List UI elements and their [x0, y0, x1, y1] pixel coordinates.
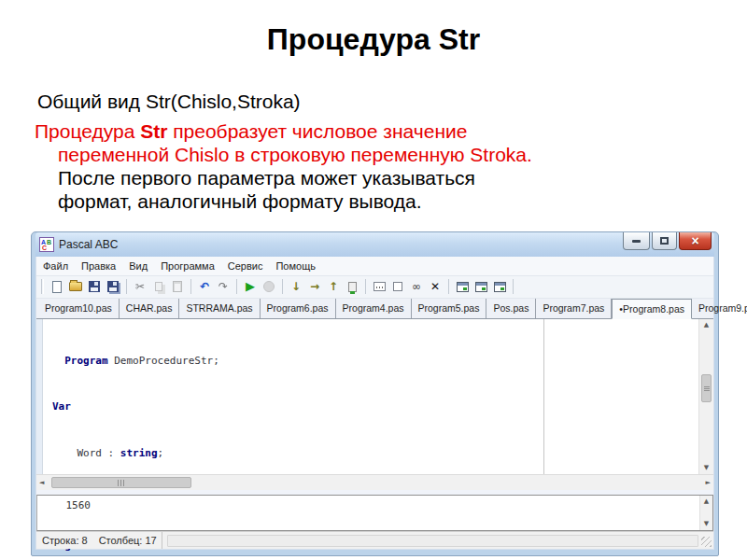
open-folder-icon — [69, 282, 82, 291]
scroll-down-icon[interactable]: ▼ — [704, 464, 709, 472]
status-bar: Строка: 8 Столбец: 17 — [36, 531, 713, 549]
maximize-icon — [660, 237, 669, 245]
str-keyword: Str — [140, 120, 167, 142]
step-out-button[interactable]: ↑ — [324, 278, 343, 295]
code-editor[interactable]: Program DemoProcedureStr; Var Word : str… — [43, 319, 543, 474]
editor-gutter — [36, 319, 43, 474]
run-icon: ▶ — [246, 281, 255, 292]
run-to-cursor-icon — [348, 282, 357, 292]
output-scrollbar[interactable]: ▲ ▼ — [699, 496, 712, 530]
new-file-icon — [52, 281, 62, 293]
save-all-button[interactable] — [104, 278, 122, 295]
step-out-icon: ↑ — [329, 281, 338, 292]
cut-button[interactable]: ✂ — [131, 278, 149, 295]
general-form-line: Общий вид Str(Chislo,Stroka) — [35, 90, 651, 113]
code-line: Var — [52, 399, 543, 415]
menu-help[interactable]: Помощь — [275, 260, 316, 272]
horizontal-scroll-thumb[interactable] — [51, 477, 191, 488]
watch-button[interactable]: ∞ — [407, 278, 426, 295]
step-over-button[interactable]: → — [305, 278, 324, 295]
scroll-up-icon[interactable]: ▲ — [704, 497, 709, 506]
copy-icon — [155, 282, 162, 291]
tab-char[interactable]: CHAR.pas — [120, 299, 180, 318]
run-button[interactable]: ▶ — [241, 278, 260, 295]
tab-program4[interactable]: Program4.pas — [336, 299, 412, 318]
maximize-button[interactable] — [652, 232, 677, 250]
toolbar-separator — [448, 279, 449, 294]
cursor-position-panel: Строка: 8 Столбец: 17 — [36, 532, 162, 549]
tab-pos[interactable]: Pos.pas — [486, 299, 536, 318]
paste-button[interactable] — [168, 278, 187, 295]
editor-right-pane[interactable] — [544, 319, 698, 474]
variables-window-button[interactable] — [472, 278, 490, 295]
tab-program5[interactable]: Program5.pas — [412, 299, 487, 318]
menu-program[interactable]: Программа — [161, 260, 215, 272]
stop-icon — [263, 281, 275, 292]
output-window-button[interactable] — [453, 278, 472, 295]
editor-vertical-scrollbar[interactable]: ▲ ▼ — [698, 319, 713, 474]
toolbar-separator — [236, 279, 237, 294]
toolbar-separator — [513, 279, 514, 294]
toolbar-grip — [41, 279, 44, 294]
save-all-icon — [107, 281, 119, 292]
tab-program6[interactable]: Program6.pas — [261, 299, 336, 318]
editor-horizontal-scrollbar[interactable]: ◄ ► — [36, 474, 713, 490]
menu-edit[interactable]: Правка — [81, 260, 116, 272]
output-window-icon — [457, 282, 469, 292]
window-title: Pascal ABC — [59, 238, 118, 251]
window-controls: × — [623, 232, 712, 250]
window-titlebar[interactable]: ABC Pascal ABC × — [35, 232, 714, 257]
status-line: Строка: 8 — [42, 535, 88, 546]
minimize-icon — [632, 240, 641, 243]
tab-program7[interactable]: Program7.pas — [536, 299, 612, 318]
paste-icon — [173, 281, 182, 292]
close-icon: × — [691, 234, 698, 247]
step-into-button[interactable]: ↓ — [287, 278, 305, 295]
run-to-cursor-button[interactable] — [343, 278, 361, 295]
cut-icon: ✂ — [135, 281, 145, 292]
call-stack-window-icon — [494, 282, 506, 292]
toolbar-separator — [190, 279, 191, 294]
step-into-icon: ↓ — [291, 281, 301, 292]
tab-program10[interactable]: Program10.pas — [38, 299, 120, 318]
clear-button[interactable]: ✕ — [426, 278, 444, 295]
redo-button[interactable]: ↷ — [214, 278, 233, 295]
code-line: Word : string; — [52, 446, 543, 462]
scroll-down-icon[interactable]: ▼ — [704, 520, 709, 528]
toolbar-separator — [365, 279, 366, 294]
minimize-button[interactable] — [623, 232, 650, 250]
variables-window-icon — [475, 282, 487, 292]
undo-icon: ↶ — [200, 281, 209, 292]
menu-file[interactable]: Файл — [43, 260, 68, 272]
evaluate-button[interactable] — [370, 278, 388, 295]
resize-grip-icon[interactable] — [701, 537, 712, 547]
breakpoint-button[interactable] — [388, 278, 407, 295]
save-button[interactable] — [85, 278, 104, 295]
menu-service[interactable]: Сервис — [228, 260, 263, 272]
slide-body-text: Общий вид Str(Chislo,Stroka) Процедура S… — [35, 90, 651, 213]
copy-button[interactable] — [149, 278, 168, 295]
program-output: 1560 — [37, 496, 712, 511]
menu-view[interactable]: Вид — [129, 260, 148, 272]
scroll-up-icon[interactable]: ▲ — [704, 321, 709, 329]
breakpoint-icon — [393, 282, 402, 291]
undo-button[interactable]: ↶ — [195, 278, 214, 295]
vertical-scroll-thumb[interactable] — [701, 374, 712, 402]
open-file-button[interactable] — [66, 278, 85, 295]
stop-button[interactable] — [260, 278, 278, 295]
call-stack-window-button[interactable] — [490, 278, 509, 295]
tab-program9[interactable]: Program9.pas — [692, 299, 747, 318]
close-button[interactable]: × — [679, 232, 712, 250]
output-panel[interactable]: 1560 ▲ ▼ — [36, 495, 713, 531]
status-column: Столбец: 17 — [99, 535, 157, 546]
tab-strrama[interactable]: STRRAMA.pas — [179, 299, 260, 318]
step-over-icon: → — [310, 281, 319, 292]
presentation-slide: Процедура Str Общий вид Str(Chislo,Strok… — [0, 0, 747, 560]
tab-program8-active[interactable]: •Program8.pas — [612, 299, 692, 319]
page-title: Процедура Str — [0, 22, 747, 57]
toolbar-separator — [282, 279, 283, 294]
scroll-left-icon[interactable]: ◄ — [39, 479, 44, 487]
new-file-button[interactable] — [48, 278, 66, 295]
scroll-right-icon[interactable]: ► — [706, 479, 711, 487]
window-body: Файл Правка Вид Программа Сервис Помощь … — [35, 257, 714, 550]
